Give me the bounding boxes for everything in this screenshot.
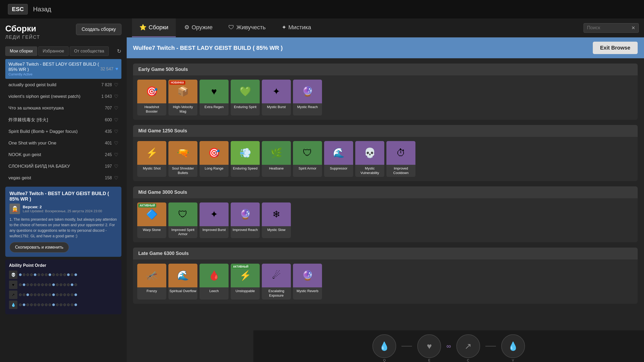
ability-dot [60,293,62,296]
item-card[interactable]: 💀Mystic Vulnerability [355,141,384,177]
tab-my-builds[interactable]: Мои сборки [5,46,37,56]
ability-dot [41,273,44,276]
ability-slot-v[interactable]: 💧V [501,334,525,358]
search-close-icon[interactable]: ✕ [631,25,635,31]
heart-icon[interactable]: ♡ [114,117,118,123]
item-card[interactable]: 💨Enduring Speed [231,141,260,177]
build-list-item[interactable]: vegas geist 158 ♡ [5,172,121,184]
item-card[interactable]: 🎯Headshot Booster [137,80,166,115]
search-box[interactable]: ✕ [584,23,639,33]
item-card[interactable]: 💚Enduring Spirit [231,80,260,115]
nav-tab-weapons-label: Оружие [192,24,213,31]
ability-dot [19,293,22,296]
item-card[interactable]: ⚡АКТИВНЫЙUnstoppable [231,264,260,300]
build-item-name: vegas geist [8,175,105,181]
item-card[interactable]: 🩸Leech [200,264,229,300]
item-card[interactable]: ♥Extra Regen [200,80,229,115]
ability-dot [49,283,51,286]
item-card[interactable]: 🔮Mystic Reach [293,80,322,115]
item-card[interactable]: 🔫Soul Shredder Bullets [168,141,197,177]
item-card[interactable]: 🎯Long Range [200,141,229,177]
heart-icon[interactable]: ♡ [114,163,118,169]
tab-community[interactable]: От сообщества [70,46,109,56]
heart-icon[interactable]: ♥ [115,66,118,72]
ability-slot-e[interactable]: ♥E [417,334,441,358]
ability-connector [401,346,412,346]
item-card[interactable]: ❄Mystic Slow [262,202,291,238]
build-header: Wulfee7 Twitch - BEST LADY GEIST BUILD (… [127,37,644,58]
build-list-item[interactable]: СЛОНСКИЙ БИЛД НА БАБКУ 197 ♡ [5,161,121,172]
ability-dot [56,293,59,296]
heart-icon[interactable]: ♡ [114,105,118,111]
heart-icon[interactable]: ♡ [114,175,118,181]
copy-build-button[interactable]: Скопировать и изменить [10,242,69,253]
item-name: Mystic Vulnerability [355,165,384,177]
heart-icon[interactable]: ♡ [114,94,118,99]
heart-icon[interactable]: ♡ [114,152,118,158]
build-list-item[interactable]: actually good geist build 7 828 ♡ [5,79,121,90]
heart-icon[interactable]: ♡ [114,82,118,88]
main-content: ⭐ Сборки ⚙ Оружие 🛡 Живучесть ✦ Мистика … [127,18,644,362]
item-card[interactable]: 🦟Frenzy [137,264,166,300]
build-list-item[interactable]: Wulfee7 Twitch - BEST LADY GEIST BUILD (… [5,59,121,79]
build-list-item[interactable]: Что за шлюшка хохотушка 707 ♡ [5,103,121,114]
ability-dot [67,283,70,286]
item-name: Mystic Reach [293,103,322,111]
item-icon: ✦ [200,202,229,226]
items-grid: 🎯Headshot Booster📦НОВИНКАHigh-Velocity M… [133,75,638,120]
esc-button[interactable]: ESC [8,4,28,15]
item-card[interactable]: 🛡Spirit Armor [293,141,322,177]
build-item-name: Spirit Build (Bomb + Dagger focus) [8,129,105,134]
ability-dot [23,273,25,276]
sidebar-title: Сборки [5,24,40,33]
ability-dot [30,303,33,306]
ability-dot [30,283,33,286]
build-list-item[interactable]: Spirit Build (Bomb + Dagger focus) 435 ♡ [5,126,121,137]
item-card[interactable]: ⏱Improved Cooldown [386,141,415,177]
items-grid: 🔷АКТИВНЫЙWarp Stone🛡Improved Spirit Armo… [133,198,638,243]
build-detail-title: Wulfee7 Twitch - BEST LADY GEIST BUILD (… [10,191,117,202]
item-card[interactable]: ⚡Mystic Shot [137,141,166,177]
nav-tab-builds[interactable]: ⭐ Сборки [132,18,176,37]
build-list-item[interactable]: violent's siphon geist (newest patch) 1 … [5,91,121,102]
build-list-item[interactable]: 炸弹棘线毒女 [传火] 600 ♡ [5,114,121,126]
section-card: Mid Game 1250 Souls⚡Mystic Shot🔫Soul Shr… [133,125,638,181]
item-card[interactable]: 🌿Healbane [262,141,291,177]
build-list-item[interactable]: NOOK gun geist 245 ♡ [5,149,121,160]
item-card[interactable]: 🛡Improved Spirit Armor [168,202,197,238]
item-card[interactable]: 🔷АКТИВНЫЙWarp Stone [137,202,166,238]
item-card[interactable]: ✦Improved Burst [200,202,229,238]
nav-tab-mystic-label: Мистика [288,24,311,31]
nav-tab-vitality-label: Живучесть [236,24,266,31]
item-card[interactable]: ☄Escalating Exposure [262,264,291,300]
ability-slot-q[interactable]: 💧Q [372,334,396,358]
heart-icon[interactable]: ♡ [114,129,118,134]
ability-dot [52,283,55,286]
ability-slot-c[interactable]: ↗C [456,334,480,358]
item-card[interactable]: 🔮Improved Reach [231,202,260,238]
ability-icon: 💧 [9,301,17,309]
item-card[interactable]: 🌊Suppressor [324,141,353,177]
item-icon: 🎯 [137,80,166,103]
items-grid: 🦟Frenzy🌊Spiritual Overflow🩸Leech⚡АКТИВНЫ… [133,259,638,304]
nav-tab-mystic[interactable]: ✦ Мистика [274,18,319,37]
nav-tab-vitality[interactable]: 🛡 Живучесть [221,18,273,37]
item-icon: 🔫 [168,141,197,165]
item-card[interactable]: 📦НОВИНКАHigh-Velocity Mag [168,80,197,115]
ability-icon: ♥ [9,281,17,289]
ability-dot [71,273,73,276]
search-input[interactable] [587,25,629,31]
refresh-button[interactable]: ↻ [117,48,121,54]
heart-icon[interactable]: ♡ [114,140,118,146]
build-list-item[interactable]: One Shot with your One 401 ♡ [5,138,121,149]
ability-dot [71,293,73,296]
ability-dot [63,293,66,296]
item-name: Unstoppable [231,287,260,295]
create-build-button[interactable]: Создать сборку [76,24,121,35]
item-card[interactable]: ✦Mystic Burst [262,80,291,115]
nav-tab-weapons[interactable]: ⚙ Оружие [177,18,220,37]
item-card[interactable]: 🌊Spiritual Overflow [168,264,197,300]
exit-browse-button[interactable]: Exit Browse [593,42,638,54]
item-card[interactable]: 🔮Mystic Reverb [293,264,322,300]
tab-favorites[interactable]: Избранное [38,46,69,56]
